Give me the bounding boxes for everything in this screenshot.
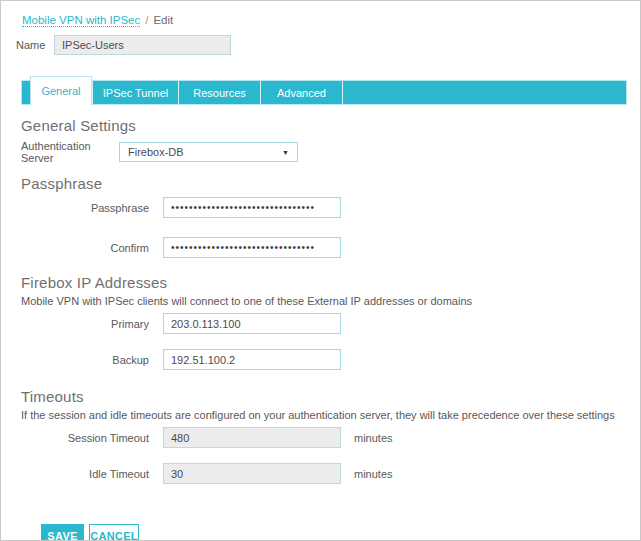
breadcrumb-link-mobile-vpn[interactable]: Mobile VPN with IPSec (22, 14, 140, 27)
tab-bar-left-stub (22, 81, 30, 104)
confirm-label: Confirm (21, 242, 149, 254)
idle-timeout-input[interactable] (163, 463, 341, 484)
tab-content-general: General Settings Authentication Server F… (1, 117, 640, 541)
primary-label: Primary (21, 318, 149, 330)
tab-resources[interactable]: Resources (178, 81, 260, 104)
backup-ip-input[interactable] (163, 349, 341, 370)
timeouts-heading: Timeouts (21, 388, 640, 405)
tab-bar-background: IPSec Tunnel Resources Advanced (21, 80, 627, 105)
tab-bar-filler (342, 81, 626, 104)
idle-timeout-units: minutes (354, 468, 393, 480)
timeouts-description: If the session and idle timeouts are con… (21, 409, 640, 421)
cancel-button[interactable]: CANCEL (89, 524, 139, 541)
action-buttons: SAVE CANCEL (41, 524, 640, 541)
authentication-server-selected-value: Firebox-DB (128, 146, 184, 158)
primary-ip-row: Primary (21, 313, 640, 334)
confirm-passphrase-row: Confirm (21, 237, 640, 258)
session-timeout-label: Session Timeout (21, 432, 149, 444)
passphrase-input[interactable] (163, 197, 341, 218)
session-timeout-units: minutes (354, 432, 393, 444)
authentication-server-label: Authentication Server (21, 140, 119, 164)
passphrase-heading: Passphrase (21, 175, 640, 192)
tab-general[interactable]: General (30, 76, 92, 105)
save-button[interactable]: SAVE (41, 524, 84, 541)
idle-timeout-row: Idle Timeout minutes (21, 463, 640, 484)
tab-bar: IPSec Tunnel Resources Advanced General (21, 76, 627, 105)
tab-ipsec-tunnel[interactable]: IPSec Tunnel (92, 81, 178, 104)
name-input[interactable] (54, 35, 231, 55)
authentication-server-select[interactable]: Firebox-DB ▼ (119, 142, 298, 162)
mobile-vpn-edit-page: Mobile VPN with IPSec/Edit Name IPSec Tu… (0, 0, 641, 541)
breadcrumb-current-edit: Edit (153, 14, 173, 26)
passphrase-row: Passphrase (21, 197, 640, 218)
firebox-ip-addresses-heading: Firebox IP Addresses (21, 274, 640, 291)
authentication-server-row: Authentication Server Firebox-DB ▼ (21, 140, 640, 164)
name-label: Name (16, 39, 54, 51)
breadcrumb-separator: / (145, 14, 148, 26)
breadcrumb: Mobile VPN with IPSec/Edit (1, 1, 640, 26)
passphrase-label: Passphrase (21, 202, 149, 214)
session-timeout-row: Session Timeout minutes (21, 427, 640, 448)
tab-advanced[interactable]: Advanced (260, 81, 342, 104)
backup-ip-row: Backup (21, 349, 640, 370)
idle-timeout-label: Idle Timeout (21, 468, 149, 480)
name-row: Name (16, 35, 640, 55)
confirm-passphrase-input[interactable] (163, 237, 341, 258)
primary-ip-input[interactable] (163, 313, 341, 334)
session-timeout-input[interactable] (163, 427, 341, 448)
backup-label: Backup (21, 354, 149, 366)
general-settings-heading: General Settings (21, 117, 640, 134)
firebox-ip-description: Mobile VPN with IPSec clients will conne… (21, 295, 640, 307)
dropdown-arrow-icon: ▼ (282, 149, 289, 156)
